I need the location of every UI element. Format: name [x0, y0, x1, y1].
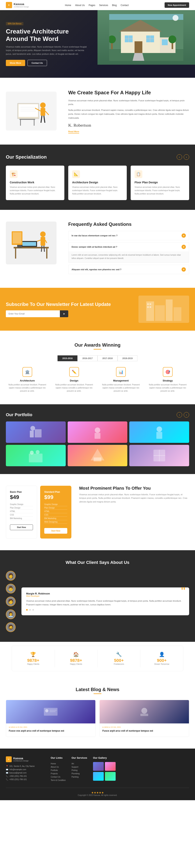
gallery-thumb-1[interactable] — [105, 762, 116, 771]
footer-link-4[interactable]: Contact Us — [51, 775, 66, 779]
spec-next-button[interactable]: › — [184, 154, 189, 160]
portfolio-title: Our Portfolio — [6, 412, 32, 417]
footer-links-col: Our Links Home About Us Portfolio Projec… — [51, 756, 66, 782]
blog-body-1: ● Admin ● 15 Oct, 2021 Fusce arpit arcu … — [100, 723, 189, 737]
hero-show-more-button[interactable]: Show More — [6, 60, 25, 66]
faq-item-1: Donec semper nibh at facilisis interdum … — [68, 242, 189, 263]
reviewer-role: Web Developer — [26, 595, 185, 597]
portfolio-item-5[interactable] — [129, 445, 189, 466]
footer-service-4[interactable]: Painting — [72, 775, 87, 779]
portfolio-prev-button[interactable]: ‹ — [177, 412, 182, 417]
testimonial-dot-2[interactable] — [32, 609, 34, 611]
newsletter-email-input[interactable] — [6, 310, 60, 317]
plans-title: Most Prominent Plans To Offer You — [79, 486, 189, 491]
footer-service-3[interactable]: Plumbing — [72, 772, 87, 775]
awards-title: Our Awards Winning — [6, 342, 189, 348]
blog-underline — [93, 693, 102, 694]
portfolio-item-2[interactable] — [129, 422, 189, 443]
avatar-3[interactable]: 👩‍💼 — [6, 610, 16, 619]
awards-timeline: 2015-2016 2016-2017 2017-2018 2018-2019 — [6, 355, 189, 361]
awards-section: Our Awards Winning 2015-2016 2016-2017 2… — [0, 331, 195, 404]
portfolio-item-3[interactable] — [6, 445, 66, 466]
about-content: We Create Space For A Happy Life Vivamus… — [68, 89, 189, 133]
footer-brand-sub: Architecture Design — [13, 760, 29, 762]
testimonials-avatars: 👩 👨 🧑 👩‍💼 🧔 — [6, 571, 16, 632]
plans-desc: Vivamus accumsan metus proin placerat el… — [79, 493, 189, 504]
award-name-0: Architecture — [6, 379, 49, 382]
faq-toggle-1[interactable]: + — [182, 245, 186, 249]
faq-question-2[interactable]: Aliquam nisl elit, egestas non pharetra … — [68, 265, 189, 274]
appointment-button[interactable]: Now Appointment — [165, 2, 189, 8]
logo: K Kasuua Architecture Design — [6, 2, 29, 8]
gallery-thumb-0[interactable] — [93, 762, 104, 771]
award-year-1[interactable]: 2016-2017 — [77, 355, 98, 361]
faq-answer-1: Lorem nibh at sem accumsan, consectetur … — [68, 251, 189, 262]
gallery-thumb-3[interactable] — [105, 772, 116, 781]
footer-service-0[interactable]: Art — [72, 762, 87, 765]
spec-prev-button[interactable]: ‹ — [177, 154, 182, 160]
faq-illustration — [6, 221, 60, 265]
svg-rect-12 — [162, 39, 168, 45]
footer-link-2[interactable]: Portfolio — [51, 769, 66, 772]
portfolio-item-4[interactable] — [68, 445, 128, 466]
award-name-3: Strategy — [146, 379, 189, 382]
award-year-2[interactable]: 2017-2018 — [98, 355, 118, 361]
nav-about[interactable]: About Us — [75, 4, 85, 7]
read-more-link[interactable]: Read More — [68, 130, 79, 133]
brand-name: Kasuua — [13, 2, 29, 6]
svg-point-25 — [40, 102, 46, 108]
newsletter-submit-button[interactable]: ➤ — [60, 310, 68, 317]
hero-contact-button[interactable]: Contact Us — [27, 60, 47, 66]
blog-image-1 — [100, 700, 189, 723]
plan-btn-1[interactable]: Start Now — [44, 528, 67, 534]
plan-feature-13: CSS — [44, 513, 67, 517]
nav-services[interactable]: Services — [99, 4, 108, 7]
footer-phone-1: 📞+092-(201)-786-101 — [6, 774, 45, 778]
award-card-0: 🏛️ Architecture Nulla porttitor accumsan… — [6, 367, 49, 393]
footer-service-1[interactable]: Support — [72, 765, 87, 769]
testimonial-dot-0[interactable] — [26, 609, 28, 611]
nav-pages[interactable]: Pages — [88, 4, 95, 7]
gallery-thumb-2[interactable] — [93, 772, 104, 781]
hero-desc: Vivamus mattis accumsan eltae. Nunc scel… — [6, 45, 88, 56]
footer-link-5[interactable]: Term & Condition — [51, 779, 66, 782]
plan-feature-10: Graphic Design — [44, 503, 67, 506]
footer-phone-2: 📞+092-(201)-786-101 — [6, 778, 45, 781]
nav-contact[interactable]: Contact — [120, 4, 129, 7]
footer-link-0[interactable]: Home — [51, 762, 66, 765]
portfolio-next-button[interactable]: › — [184, 412, 189, 417]
footer-link-3[interactable]: Projects — [51, 772, 66, 775]
stat-label-2: Freelancers — [102, 663, 137, 665]
svg-rect-4 — [135, 41, 142, 53]
avatar-2[interactable]: 🧑 — [6, 597, 16, 606]
faq-question-0[interactable]: In vae dui lacus elementum congue vel ne… — [68, 231, 189, 240]
award-desc-1: Nulla porttitor accumsan tincidunt. Prae… — [53, 383, 95, 393]
faq-question-1[interactable]: Donec semper nibh at facilisis interdum … — [68, 242, 189, 251]
nav-blog[interactable]: Blog — [112, 4, 117, 7]
footer-services-col: Our Services Art Support Pinting Plumbin… — [72, 756, 87, 782]
svg-rect-44 — [22, 242, 36, 246]
awards-underline — [93, 349, 102, 349]
plan-btn-0[interactable]: Start Now — [10, 525, 33, 530]
testimonial-dot-1[interactable] — [29, 609, 31, 611]
portfolio-item-0[interactable] — [6, 422, 66, 443]
about-illustration — [6, 92, 60, 130]
spec-name-1: Architecture Design — [72, 181, 123, 184]
portfolio-image-0 — [6, 422, 66, 443]
avatar-0[interactable]: 👩 — [6, 571, 16, 581]
testimonials-layout: 👩 👨 🧑 👩‍💼 🧔 " Margie R. Robinson Web Dev… — [6, 571, 189, 632]
award-year-3[interactable]: 2018-2019 — [118, 355, 138, 361]
nav-home[interactable]: Home — [65, 4, 71, 7]
avatar-1[interactable]: 👨 — [6, 584, 16, 593]
spec-desc-2: Vivamus accumsan metus proin placerat el… — [135, 185, 185, 195]
portfolio-section: Our Portfolio ‹ › — [0, 404, 195, 474]
footer-link-1[interactable]: About Us — [51, 765, 66, 769]
footer-service-2[interactable]: Pinting — [72, 769, 87, 772]
faq-toggle-2[interactable]: + — [182, 267, 186, 272]
award-year-0[interactable]: 2015-2016 — [58, 355, 78, 361]
svg-point-37 — [40, 231, 46, 237]
plan-name-1: Standard Plan — [44, 491, 67, 493]
avatar-4[interactable]: 🧔 — [6, 622, 16, 632]
faq-toggle-0[interactable]: + — [182, 234, 186, 238]
portfolio-item-1[interactable] — [68, 422, 128, 443]
